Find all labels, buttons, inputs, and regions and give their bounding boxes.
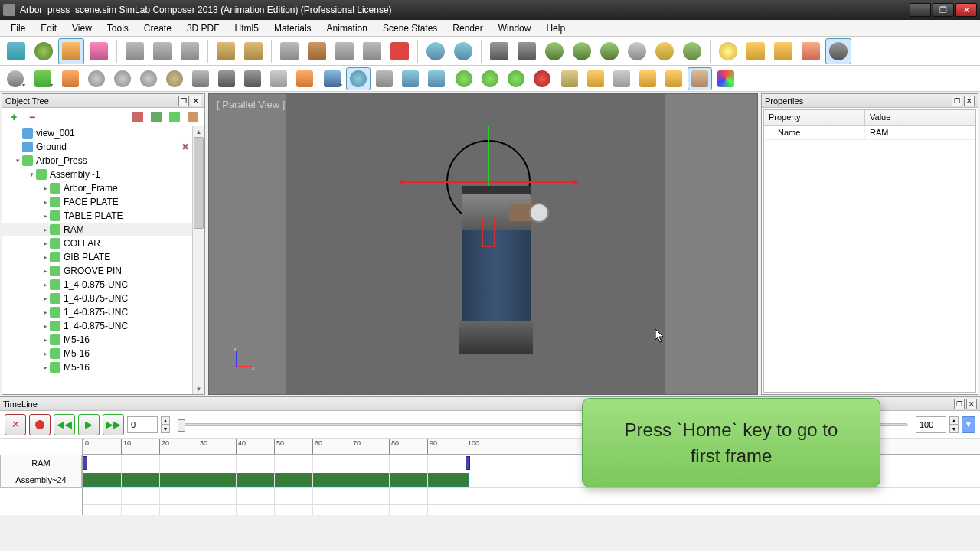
expander-icon[interactable]: ▸: [41, 212, 50, 220]
timeline-forward-button[interactable]: ▶▶: [103, 414, 124, 435]
property-value[interactable]: RAM: [865, 126, 893, 139]
tool-scale[interactable]: [86, 38, 112, 64]
expander-icon[interactable]: ▸: [41, 336, 50, 344]
tree-item[interactable]: ▸1_4-0.875-UNC: [2, 319, 204, 333]
timeline-end-frame-input[interactable]: [916, 416, 946, 433]
tool-camera[interactable]: [486, 38, 512, 64]
menu-create[interactable]: Create: [136, 21, 179, 35]
tree-item[interactable]: ▸1_4-0.875-UNC: [2, 278, 204, 292]
tool-snap-grid[interactable]: [149, 38, 175, 64]
expander-icon[interactable]: ▸: [41, 350, 50, 357]
menu-materials[interactable]: Materials: [266, 21, 319, 35]
tool-export-3[interactable]: [609, 67, 634, 90]
maximize-button[interactable]: ❐: [933, 3, 954, 17]
menu-render[interactable]: Render: [445, 21, 490, 35]
menu-file[interactable]: File: [3, 21, 33, 35]
tool-shading[interactable]: [320, 67, 345, 90]
prop-col-property[interactable]: Property: [764, 110, 865, 125]
tree-filter-4-icon[interactable]: [186, 110, 200, 124]
tree-remove-icon[interactable]: −: [25, 110, 39, 124]
tree-item[interactable]: ▸M5-16: [2, 360, 204, 374]
tool-rotate-scene[interactable]: [31, 38, 57, 64]
tool-env-1[interactable]: [541, 38, 567, 64]
timeline-rewind-button[interactable]: ◀◀: [54, 414, 75, 435]
tree-item[interactable]: ▸M5-16: [2, 333, 204, 347]
tool-camera-add[interactable]: [214, 67, 239, 90]
expander-icon[interactable]: ▸: [41, 226, 50, 233]
tool-align[interactable]: [213, 38, 239, 64]
tree-item[interactable]: ▸TABLE PLATE: [2, 209, 204, 223]
tool-hide[interactable]: [276, 38, 302, 64]
tree-item[interactable]: ▸GROOVE PIN: [2, 264, 204, 278]
expander-icon[interactable]: ▸: [41, 184, 50, 192]
tree-filter-2-icon[interactable]: [149, 110, 163, 124]
tool-env-3[interactable]: [596, 38, 622, 64]
panel-dock-icon[interactable]: ❐: [954, 399, 965, 409]
playhead[interactable]: [83, 439, 83, 515]
expander-icon[interactable]: ▸: [41, 308, 50, 316]
scroll-up-icon[interactable]: ▲: [193, 126, 204, 137]
timeline-slider-thumb[interactable]: [178, 419, 185, 432]
expander-icon[interactable]: ▾: [13, 157, 22, 165]
tool-isolate[interactable]: [332, 38, 358, 64]
spinner-up-icon[interactable]: ▲: [161, 416, 170, 425]
property-row[interactable]: Name RAM: [764, 126, 975, 140]
tool-nav-orbit[interactable]: [346, 67, 371, 90]
tool-export-1[interactable]: [557, 67, 582, 90]
tool-box[interactable]: [58, 67, 83, 90]
tool-show[interactable]: [304, 38, 330, 64]
tree-item[interactable]: ▸M5-16: [2, 347, 204, 360]
tree-item[interactable]: view_001: [2, 126, 204, 140]
tool-env-4[interactable]: [624, 38, 650, 64]
prop-col-value[interactable]: Value: [865, 110, 895, 125]
panel-close-icon[interactable]: ✕: [966, 399, 977, 409]
expander-icon[interactable]: ▸: [41, 240, 50, 247]
expander-icon[interactable]: ▸: [41, 322, 50, 330]
timeline-play-button[interactable]: ▶: [78, 414, 100, 435]
tool-effect[interactable]: [798, 38, 824, 64]
tree-add-icon[interactable]: +: [7, 110, 21, 124]
scroll-thumb[interactable]: [194, 137, 204, 229]
tree-scrollbar[interactable]: ▲ ▼: [192, 126, 204, 394]
tool-snap[interactable]: [122, 38, 148, 64]
menu-view[interactable]: View: [64, 21, 100, 35]
tool-snap-vertex[interactable]: [177, 38, 203, 64]
tool-sphere-solid[interactable]: [162, 67, 187, 90]
minimize-button[interactable]: —: [910, 3, 931, 17]
tool-nav-zoom[interactable]: [398, 67, 423, 90]
tree-item[interactable]: ▸GIB PLATE: [2, 250, 204, 264]
timeline-mode-button[interactable]: ▼: [962, 416, 975, 433]
spinner-down-icon[interactable]: ▼: [949, 425, 959, 433]
tree-item[interactable]: ▸1_4-0.875-UNC: [2, 292, 204, 305]
tool-play-back[interactable]: [452, 67, 476, 90]
tool-sphere-wire-3[interactable]: [136, 67, 161, 90]
panel-close-icon[interactable]: ✕: [964, 96, 975, 106]
viewport-3d[interactable]: [ Parallel View ] z x: [208, 93, 758, 395]
close-button[interactable]: ✕: [956, 3, 977, 17]
tool-light[interactable]: [715, 38, 741, 64]
tool-plane[interactable]: [266, 67, 291, 90]
menu-scenestates[interactable]: Scene States: [375, 21, 445, 35]
menu-window[interactable]: Window: [491, 21, 539, 35]
expander-icon[interactable]: ▾: [27, 171, 36, 178]
tree-body[interactable]: view_001Ground✖▾Arbor_Press▾Assembly~1▸A…: [2, 126, 204, 394]
expander-icon[interactable]: ▸: [41, 253, 50, 261]
tool-curve[interactable]: [188, 67, 213, 90]
timeline-track[interactable]: [83, 488, 980, 505]
tool-boxes[interactable]: [292, 67, 317, 90]
tool-export-5[interactable]: [662, 67, 686, 90]
panel-dock-icon[interactable]: ❐: [178, 96, 189, 106]
timeline-delete-button[interactable]: ✕: [5, 414, 26, 435]
tree-item[interactable]: ▾Arbor_Press: [2, 154, 204, 168]
tool-play-fwd[interactable]: [504, 67, 528, 90]
tree-item[interactable]: ▸1_4-0.875-UNC: [2, 305, 204, 319]
tool-move[interactable]: [58, 38, 84, 64]
expander-icon[interactable]: ▸: [41, 295, 50, 302]
panel-dock-icon[interactable]: ❐: [952, 96, 962, 106]
tool-export-4[interactable]: [635, 67, 660, 90]
tree-item[interactable]: ▾Assembly~1: [2, 168, 204, 181]
spinner-up-icon[interactable]: ▲: [949, 416, 959, 425]
tool-render[interactable]: [825, 38, 851, 64]
expander-icon[interactable]: ▸: [41, 364, 50, 371]
tool-export-6[interactable]: [688, 67, 712, 90]
